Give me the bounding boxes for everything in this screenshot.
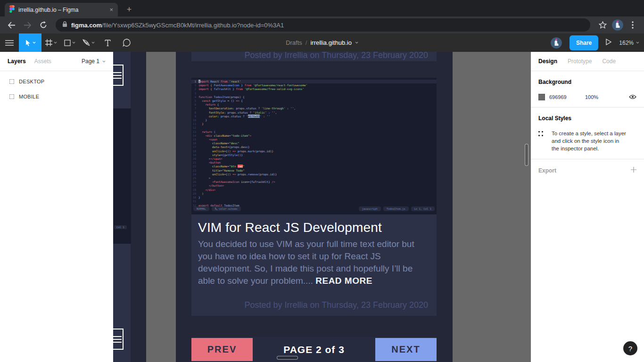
user-avatar[interactable] <box>551 37 562 49</box>
frame-tool-button[interactable] <box>41 33 60 52</box>
chevron-down-icon[interactable] <box>355 41 358 44</box>
tab-close-icon[interactable]: × <box>109 6 113 13</box>
browser-tab[interactable]: irrellia.github.io – Figma × <box>5 3 118 16</box>
text-tool-button[interactable] <box>98 33 117 52</box>
color-swatch[interactable] <box>538 94 545 100</box>
chevron-down-icon <box>54 41 57 44</box>
post-meta: Posted by Irrellia on Thursday, 23 Febru… <box>244 300 428 310</box>
zoom-control[interactable]: 162% <box>619 40 639 46</box>
browser-profile-avatar[interactable] <box>612 19 623 31</box>
post-title: VIM for React JS Development <box>198 220 430 235</box>
breadcrumb-drafts[interactable]: Drafts <box>286 39 302 46</box>
filename-pill: TodosItem.js <box>383 206 409 211</box>
tab-title: irrellia.github.io – Figma <box>18 7 106 13</box>
url-field[interactable]: figma.com/file/Ysxwp6SZk5wyGScmcB0kMt/ir… <box>56 18 590 32</box>
breadcrumb-file-name[interactable]: irrellia.github.io <box>310 39 351 46</box>
forward-icon[interactable] <box>21 18 34 32</box>
background-title: Background <box>538 79 636 85</box>
local-styles-section: Local Styles To create a style, select a… <box>531 107 644 159</box>
shape-tool-button[interactable] <box>60 33 79 52</box>
local-styles-title: Local Styles <box>538 115 636 122</box>
filetype-pill: javascript <box>359 206 381 211</box>
background-section: Background 696969 100% <box>531 71 644 107</box>
export-title: Export <box>538 167 556 174</box>
canvas-horizontal-scrollbar[interactable] <box>277 356 298 360</box>
mobile-menu-button <box>113 329 124 350</box>
present-play-icon[interactable] <box>606 39 611 47</box>
local-styles-hint: To create a style, select a layer and cl… <box>552 130 627 152</box>
post-meta: Posted by Irrellia on Thursday, 23 Febru… <box>244 52 428 60</box>
desktop-frame[interactable]: Posted by Irrellia on Thursday, 23 Febru… <box>176 52 453 362</box>
bookmark-star-icon[interactable] <box>596 18 609 32</box>
back-icon[interactable] <box>5 18 18 32</box>
frame-icon <box>9 79 14 84</box>
branch-icon <box>215 207 217 210</box>
vim-mode-pill: NORMAL <box>193 206 209 211</box>
chevron-down-icon <box>636 41 639 44</box>
chevron-down-icon <box>72 41 75 44</box>
page-indicator: PAGE 2 of 3 <box>283 344 345 355</box>
layers-panel: Layers Assets Page 1 DESKTOP MOBILE <box>0 52 113 362</box>
canvas-vertical-scrollbar[interactable] <box>525 144 528 166</box>
main-menu-icon[interactable] <box>0 33 19 52</box>
inspector-panel: Design Prototype Code Background 696969 … <box>531 52 644 362</box>
browser-address-bar: figma.com/file/Ysxwp6SZk5wyGScmcB0kMt/ir… <box>0 16 644 33</box>
prev-button: PREV <box>191 338 253 361</box>
layer-item-mobile[interactable]: MOBILE <box>0 89 113 104</box>
chevron-down-icon <box>91 41 95 44</box>
chevron-down-icon <box>102 60 106 63</box>
tab-assets[interactable]: Assets <box>34 58 51 65</box>
add-export-icon[interactable] <box>631 167 636 174</box>
pen-tool-button[interactable] <box>79 33 98 52</box>
next-button: NEXT <box>375 338 437 361</box>
tab-design[interactable]: Design <box>538 58 557 65</box>
figma-favicon-icon <box>9 5 15 14</box>
url-text: figma.com/file/Ysxwp6SZk5wyGScmcB0kMt/ir… <box>71 22 284 29</box>
reload-icon[interactable] <box>37 18 50 32</box>
export-section[interactable]: Export <box>531 159 644 181</box>
breadcrumb: Drafts / irrellia.github.io <box>286 39 358 46</box>
code-lines: 1import React from 'react'1import { Font… <box>191 78 437 207</box>
blog-post-card: 1import React from 'react'1import { Font… <box>191 78 437 316</box>
layer-item-desktop[interactable]: DESKTOP <box>0 74 113 89</box>
figma-toolbar: Drafts / irrellia.github.io Share 162% <box>0 33 644 52</box>
post-excerpt: You decided to use VIM as your full time… <box>198 238 430 287</box>
mobile-frame-partial[interactable]: Col 1 <box>113 52 146 362</box>
new-tab-button[interactable]: + <box>124 4 135 15</box>
styles-icon <box>538 131 544 137</box>
comment-tool-button[interactable] <box>117 33 136 52</box>
browser-menu-icon[interactable] <box>626 18 639 32</box>
color-opacity-value[interactable]: 100% <box>585 94 629 100</box>
move-tool-button[interactable] <box>19 33 41 52</box>
mobile-menu-button <box>113 65 124 86</box>
canvas[interactable]: Col 1 Posted by Irrellia on Thursday, 23… <box>113 52 531 362</box>
page-selector[interactable]: Page 1 <box>82 58 106 65</box>
previous-post-card: Posted by Irrellia on Thursday, 23 Febru… <box>191 52 437 61</box>
tab-prototype[interactable]: Prototype <box>568 58 592 65</box>
help-button[interactable]: ? <box>623 341 637 355</box>
lock-icon[interactable] <box>62 21 67 29</box>
vim-statusbar: NORMAL color-scheme javascript TodosItem… <box>191 206 437 212</box>
color-hex-value[interactable]: 696969 <box>549 94 585 100</box>
frame-icon <box>9 94 14 99</box>
git-branch-pill: color-scheme <box>212 206 241 211</box>
pagination-bar: PREV PAGE 2 of 3 NEXT <box>191 337 437 362</box>
tab-code[interactable]: Code <box>602 58 616 65</box>
browser-tab-strip: irrellia.github.io – Figma × + <box>0 0 644 16</box>
visibility-eye-icon[interactable] <box>629 94 636 100</box>
mobile-status-pill: Col 1 <box>114 225 127 229</box>
code-editor-image: 1import React from 'react'1import { Font… <box>191 78 437 214</box>
cursor-position-pill: Ln 1, Col 1 <box>411 206 435 211</box>
tab-layers[interactable]: Layers <box>8 58 26 65</box>
chevron-down-icon <box>33 41 36 44</box>
share-button[interactable]: Share <box>570 35 598 50</box>
mobile-code-image <box>113 108 131 244</box>
read-more-link: READ MORE <box>315 276 372 286</box>
